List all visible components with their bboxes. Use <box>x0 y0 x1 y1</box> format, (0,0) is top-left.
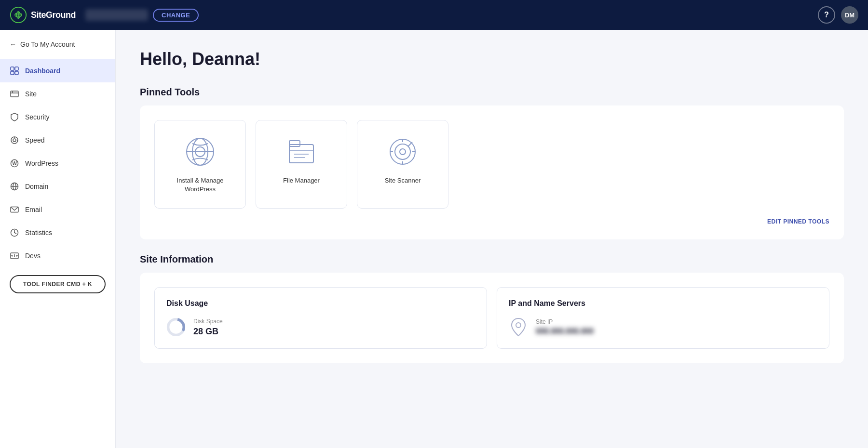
site-ip-value: 000.000.000.000 <box>536 327 594 336</box>
tool-card-file-manager[interactable]: File Manager <box>256 120 347 209</box>
sidebar: ← Go To My Account Dashboard <box>0 30 116 448</box>
layout: ← Go To My Account Dashboard <box>0 30 868 448</box>
tool-card-site-scanner[interactable]: Site Scanner <box>357 120 448 209</box>
svg-point-22 <box>14 232 15 233</box>
domain-icon <box>10 182 19 191</box>
topbar-right: ? DM <box>818 6 858 24</box>
sidebar-item-devs-label: Devs <box>25 252 41 260</box>
sidebar-item-wordpress[interactable]: W WordPress <box>0 152 115 175</box>
go-back-label: Go To My Account <box>20 40 75 48</box>
email-icon <box>10 205 19 214</box>
install-wp-label: Install & Manage WordPress <box>164 176 236 194</box>
disk-space-value: 28 GB <box>193 327 223 337</box>
disk-usage-row: Disk Space 28 GB <box>166 317 475 337</box>
dashboard-icon <box>10 66 19 76</box>
devs-icon <box>10 251 19 261</box>
disk-usage-title: Disk Usage <box>166 299 475 308</box>
svg-point-36 <box>400 149 406 155</box>
disk-usage-info: Disk Space 28 GB <box>193 318 223 337</box>
pinned-tools-title: Pinned Tools <box>140 87 844 98</box>
sidebar-item-statistics-label: Statistics <box>25 229 52 237</box>
main-content: Hello, Deanna! Pinned Tools <box>116 30 868 448</box>
speed-icon <box>10 135 19 145</box>
site-info-grid: Disk Usage Disk Space 28 GB <box>154 287 829 349</box>
svg-rect-8 <box>11 91 18 97</box>
security-icon <box>10 112 19 122</box>
sidebar-item-domain[interactable]: Domain <box>0 175 115 198</box>
ip-row: Site IP 000.000.000.000 <box>509 317 817 337</box>
help-button[interactable]: ? <box>818 6 835 24</box>
sidebar-item-speed[interactable]: Speed <box>0 129 115 152</box>
sidebar-item-dashboard[interactable]: Dashboard <box>0 59 115 82</box>
site-info-card: Disk Usage Disk Space 28 GB <box>140 273 844 363</box>
logo: SiteGround <box>10 6 76 24</box>
sidebar-item-domain-label: Domain <box>25 183 48 190</box>
disk-space-label: Disk Space <box>193 318 223 325</box>
sidebar-item-security-label: Security <box>25 113 50 121</box>
ip-name-servers-card: IP and Name Servers Site IP 000.000.000.… <box>497 287 829 349</box>
site-scanner-icon <box>386 135 420 169</box>
ip-name-servers-title: IP and Name Servers <box>509 299 817 308</box>
sidebar-item-site[interactable]: Site <box>0 82 115 105</box>
install-wp-icon <box>183 135 217 169</box>
svg-rect-29 <box>289 145 313 163</box>
site-ip-label: Site IP <box>536 318 594 325</box>
file-manager-label: File Manager <box>283 176 320 185</box>
svg-point-11 <box>11 137 18 144</box>
edit-pinned-tools-link[interactable]: EDIT PINNED TOOLS <box>154 218 829 225</box>
logo-text: SiteGround <box>31 10 76 20</box>
svg-text:W: W <box>13 161 17 166</box>
topbar-left: SiteGround CHANGE <box>10 6 199 24</box>
site-scanner-label: Site Scanner <box>385 176 420 185</box>
svg-rect-4 <box>11 67 14 70</box>
disk-pie-chart-icon <box>166 317 186 337</box>
svg-point-12 <box>13 139 16 142</box>
back-arrow-icon: ← <box>10 40 16 48</box>
location-pin-icon <box>509 317 528 337</box>
sidebar-item-speed-label: Speed <box>25 136 44 144</box>
site-icon <box>10 89 19 99</box>
go-back-link[interactable]: ← Go To My Account <box>0 30 115 59</box>
svg-point-43 <box>516 323 521 328</box>
tool-card-install-wp[interactable]: Install & Manage WordPress <box>154 120 246 209</box>
sidebar-item-site-label: Site <box>25 90 37 98</box>
pinned-tools-card: Install & Manage WordPress File Manager <box>140 105 844 239</box>
site-selector: CHANGE <box>85 9 199 22</box>
page-title: Hello, Deanna! <box>140 49 844 69</box>
svg-rect-5 <box>15 67 18 70</box>
sidebar-item-security[interactable]: Security <box>0 105 115 129</box>
change-button[interactable]: CHANGE <box>153 9 199 22</box>
sidebar-item-email-label: Email <box>25 206 42 213</box>
pinned-tools-grid: Install & Manage WordPress File Manager <box>154 120 829 209</box>
avatar[interactable]: DM <box>841 6 858 24</box>
sidebar-item-email[interactable]: Email <box>0 198 115 221</box>
tool-finder-button[interactable]: TOOL FINDER CMD + K <box>10 275 106 293</box>
wordpress-icon: W <box>10 158 19 168</box>
topbar: SiteGround CHANGE ? DM <box>0 0 868 30</box>
sidebar-item-dashboard-label: Dashboard <box>25 67 60 75</box>
disk-usage-card: Disk Usage Disk Space 28 GB <box>154 287 487 349</box>
site-info-title: Site Information <box>140 254 844 265</box>
svg-rect-6 <box>11 71 14 75</box>
sidebar-item-statistics[interactable]: Statistics <box>0 221 115 244</box>
statistics-icon <box>10 228 19 237</box>
site-name-blur <box>85 9 148 21</box>
svg-rect-30 <box>289 141 300 146</box>
sidebar-item-wordpress-label: WordPress <box>25 159 58 167</box>
file-manager-icon <box>285 135 318 169</box>
siteground-logo-icon <box>10 6 27 24</box>
sidebar-item-devs[interactable]: Devs <box>0 244 115 267</box>
ip-info: Site IP 000.000.000.000 <box>536 318 594 336</box>
svg-rect-7 <box>15 71 18 75</box>
